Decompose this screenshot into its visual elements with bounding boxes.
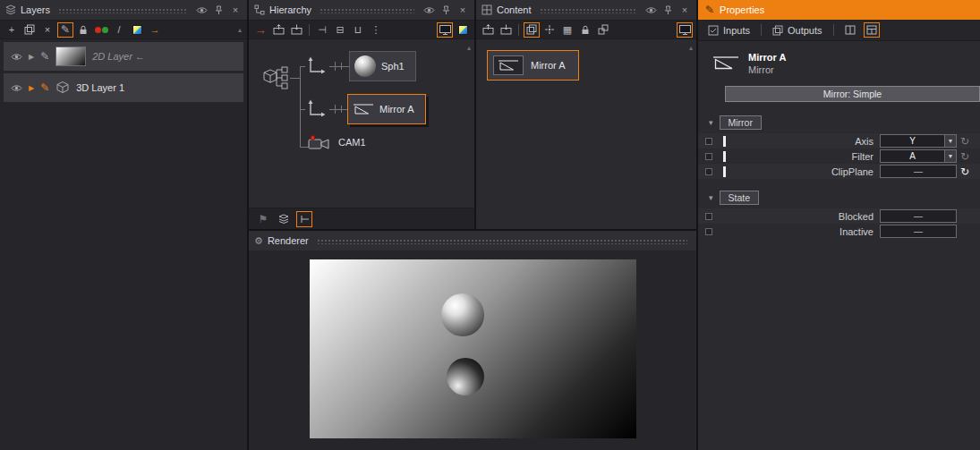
- lock-layer-button[interactable]: [75, 22, 91, 38]
- layer-stack-icon[interactable]: [276, 211, 292, 227]
- bookmark-icon[interactable]: ⚑: [255, 211, 271, 227]
- app-root: Layers × + × ✎ / →: [0, 0, 980, 450]
- layer-row-3d[interactable]: ▶ ✎ 3D Layer 1: [4, 73, 243, 102]
- content-title: Content: [497, 4, 532, 15]
- clipplane-checkbox[interactable]: [705, 168, 712, 175]
- pencil-icon[interactable]: ✎: [40, 81, 49, 94]
- header-dots: [320, 7, 414, 13]
- record-toggle-button[interactable]: [93, 22, 109, 38]
- import-node-button[interactable]: [270, 22, 286, 38]
- section-header-mirror: ▾ Mirror: [698, 111, 980, 133]
- sphere-thumbnail: [354, 55, 376, 77]
- collapse-node-icon[interactable]: ⊣: [314, 22, 330, 38]
- tree-node-mirror[interactable]: Mirror A: [347, 94, 426, 124]
- split-view-button[interactable]: [842, 22, 858, 38]
- pin-icon[interactable]: [212, 3, 225, 17]
- eye-icon[interactable]: [422, 3, 435, 17]
- scroll-up-icon[interactable]: ▴: [687, 44, 695, 52]
- axis-reset-icon[interactable]: ↻: [957, 135, 973, 148]
- tree-node-camera[interactable]: CAM1: [308, 134, 366, 150]
- slash-button[interactable]: /: [111, 22, 127, 38]
- header-dots: [317, 238, 687, 244]
- follow-selection-icon[interactable]: →: [252, 22, 268, 38]
- header-dots: [540, 7, 636, 13]
- inactive-checkbox[interactable]: [705, 228, 712, 235]
- filter-checkbox[interactable]: [705, 153, 712, 160]
- import-content-button[interactable]: [480, 22, 496, 38]
- properties-title: Properties: [720, 4, 764, 15]
- filter-reset-icon[interactable]: ↻: [957, 150, 973, 163]
- collapse-all-icon[interactable]: ⊟: [332, 22, 348, 38]
- layers-toolbar: + × ✎ / → ▴: [0, 20, 247, 39]
- preview-monitor-button[interactable]: [677, 22, 693, 38]
- scene-root-icon[interactable]: [261, 64, 290, 91]
- inactive-field[interactable]: —: [880, 225, 957, 238]
- pin-icon[interactable]: [439, 3, 452, 17]
- export-content-button[interactable]: [498, 22, 514, 38]
- eye-icon[interactable]: [195, 3, 208, 17]
- render-viewport[interactable]: [310, 259, 636, 438]
- inputs-icon: [708, 25, 719, 36]
- pin-icon[interactable]: [661, 3, 674, 17]
- pencil-icon[interactable]: ✎: [40, 50, 49, 63]
- blocked-field[interactable]: —: [880, 209, 957, 223]
- blocked-checkbox[interactable]: [705, 213, 712, 220]
- tree-options-icon[interactable]: ⋮: [368, 22, 384, 38]
- color-scheme-button[interactable]: [455, 22, 471, 38]
- layers-header: Layers ×: [0, 0, 247, 20]
- tree-mode-button[interactable]: [296, 211, 312, 227]
- export-node-button[interactable]: [288, 22, 304, 38]
- section-title-mirror[interactable]: Mirror: [720, 115, 762, 130]
- delete-layer-button[interactable]: ×: [39, 22, 55, 38]
- layers-title: Layers: [21, 4, 50, 15]
- axis-node-icon[interactable]: [305, 98, 327, 120]
- axis-node-icon[interactable]: [305, 55, 327, 77]
- expand-node-icon[interactable]: ⊔: [350, 22, 366, 38]
- axis-dropdown[interactable]: Y ▼: [880, 134, 957, 148]
- properties-tabs: Inputs Outputs: [698, 20, 980, 41]
- duplicate-layer-button[interactable]: [21, 22, 38, 38]
- section-title-state[interactable]: State: [720, 191, 760, 205]
- filter-value: A: [881, 150, 944, 162]
- expand-arrow-icon[interactable]: ▶: [29, 53, 34, 61]
- prop-row-inactive: Inactive — ↻: [698, 224, 980, 239]
- tab-outputs[interactable]: Outputs: [770, 23, 825, 38]
- scroll-up-icon[interactable]: ▴: [465, 44, 473, 52]
- edit-layer-button[interactable]: ✎: [57, 22, 73, 38]
- clipplane-reset-icon[interactable]: ↻: [957, 166, 973, 178]
- chevron-down-icon[interactable]: ▾: [709, 193, 713, 202]
- layers-panel-icon: [5, 4, 16, 15]
- scroll-up-icon[interactable]: ▴: [236, 26, 243, 34]
- layer-color-button[interactable]: [129, 22, 145, 38]
- tree-node-label: CAM1: [338, 137, 366, 148]
- chevron-down-icon[interactable]: ▾: [709, 118, 713, 127]
- filter-dropdown[interactable]: A ▼: [880, 149, 957, 163]
- tab-inputs[interactable]: Inputs: [705, 23, 753, 38]
- content-panel-icon: [481, 4, 492, 15]
- group-content-icon[interactable]: [595, 22, 611, 38]
- eye-icon[interactable]: [11, 84, 22, 92]
- mirror-mode-button[interactable]: Mirror: Simple: [725, 86, 980, 102]
- axis-checkbox[interactable]: [705, 138, 712, 145]
- jump-to-layer-button[interactable]: →: [147, 22, 163, 38]
- clipplane-field[interactable]: —: [880, 165, 957, 178]
- eye-icon[interactable]: [644, 3, 657, 17]
- eye-icon[interactable]: [11, 53, 22, 61]
- add-layer-button[interactable]: +: [4, 22, 20, 38]
- lock-content-button[interactable]: [577, 22, 593, 38]
- content-item-mirror[interactable]: Mirror A: [487, 50, 579, 81]
- locate-content-icon[interactable]: [541, 22, 558, 38]
- renderer-body: [249, 250, 696, 450]
- tree-node-sphere[interactable]: Sph1: [349, 51, 416, 81]
- grid-view-icon[interactable]: ▦: [559, 22, 575, 38]
- close-icon[interactable]: ×: [678, 3, 691, 17]
- duplicate-content-button[interactable]: [524, 22, 540, 38]
- layout-mode-button[interactable]: [864, 22, 880, 38]
- expand-arrow-icon[interactable]: ▶: [29, 84, 34, 92]
- preview-monitor-button[interactable]: [437, 22, 453, 38]
- chevron-down-icon: ▼: [944, 135, 956, 147]
- mirror-icon: [712, 54, 739, 72]
- close-icon[interactable]: ×: [229, 3, 242, 17]
- layer-row-2d[interactable]: ▶ ✎ 2D Layer ←: [4, 42, 243, 71]
- close-icon[interactable]: ×: [456, 3, 469, 17]
